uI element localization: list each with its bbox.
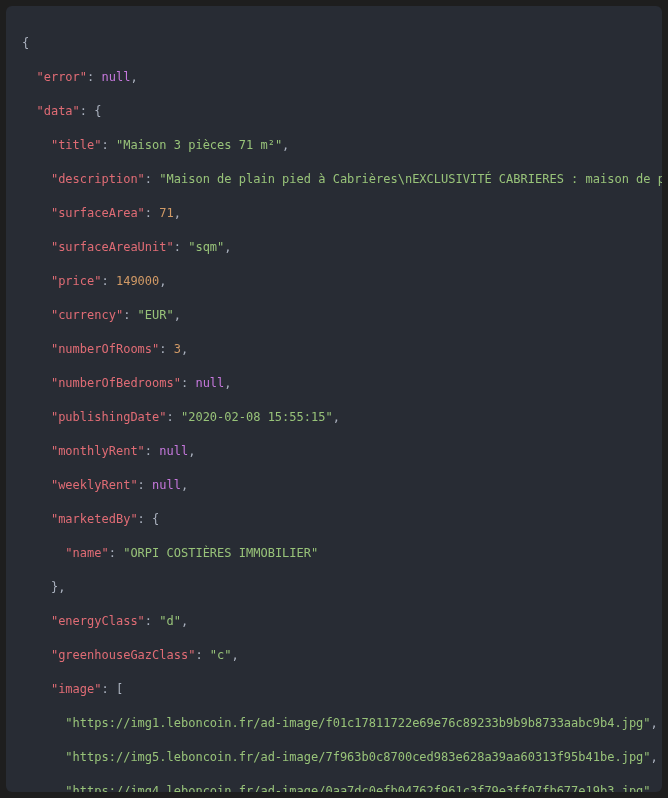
code-line: "https://img5.leboncoin.fr/ad-image/7f96… [22, 749, 662, 766]
code-line: "surfaceAreaUnit": "sqm", [22, 239, 662, 256]
code-line: "currency": "EUR", [22, 307, 662, 324]
code-line: "https://img4.leboncoin.fr/ad-image/0aa7… [22, 783, 662, 792]
code-line: "energyClass": "d", [22, 613, 662, 630]
code-line: "publishingDate": "2020-02-08 15:55:15", [22, 409, 662, 426]
code-line: "weeklyRent": null, [22, 477, 662, 494]
code-line: "greenhouseGazClass": "c", [22, 647, 662, 664]
code-line: "numberOfBedrooms": null, [22, 375, 662, 392]
code-line: { [22, 35, 662, 52]
json-code-block: { "error": null, "data": { "title": "Mai… [6, 6, 662, 792]
code-line: "marketedBy": { [22, 511, 662, 528]
code-line: }, [22, 579, 662, 596]
code-line: "numberOfRooms": 3, [22, 341, 662, 358]
code-line: "image": [ [22, 681, 662, 698]
code-line: "https://img1.leboncoin.fr/ad-image/f01c… [22, 715, 662, 732]
code-line: "monthlyRent": null, [22, 443, 662, 460]
code-line: "data": { [22, 103, 662, 120]
code-line: "title": "Maison 3 pièces 71 m²", [22, 137, 662, 154]
code-line: "name": "ORPI COSTIÈRES IMMOBILIER" [22, 545, 662, 562]
code-line: "error": null, [22, 69, 662, 86]
code-line: "description": "Maison de plain pied à C… [22, 171, 662, 188]
code-line: "surfaceArea": 71, [22, 205, 662, 222]
code-line: "price": 149000, [22, 273, 662, 290]
